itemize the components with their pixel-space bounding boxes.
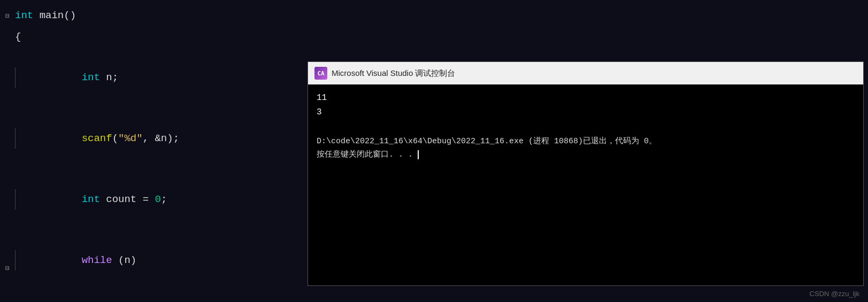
code-line-2: { (0, 27, 305, 47)
code-line-6: ⊟ while (n) (0, 230, 305, 291)
console-body: 11 3 D:\code\2022_11_16\x64\Debug\2022_1… (308, 84, 863, 168)
gutter-1: ⊟ (0, 6, 15, 27)
line-content-3: int n; (15, 47, 118, 108)
gutter-6: ⊟ (0, 259, 15, 279)
code-editor: ⊟ int main() { int n; scanf("%d", &n); (0, 0, 305, 302)
collapse-icon-1[interactable]: ⊟ (5, 6, 10, 27)
line-content-6: while (n) (15, 230, 136, 291)
keyword-int: int (15, 5, 33, 26)
console-output-3: 按任意键关闭此窗口. . . (317, 148, 855, 162)
code-line-4: scanf("%d", &n); (0, 108, 305, 169)
code-line-3: int n; (0, 47, 305, 108)
line-content-5: int count = 0; (15, 169, 167, 230)
console-output-2: D:\code\2022_11_16\x64\Debug\2022_11_16.… (317, 135, 855, 149)
collapse-icon-6[interactable]: ⊟ (5, 259, 10, 279)
console-titlebar: CA Microsoft Visual Studio 调试控制台 (308, 62, 863, 84)
console-app-icon: CA (314, 67, 327, 80)
console-output-blank (317, 120, 855, 134)
line-content-4: scanf("%d", &n); (15, 108, 179, 169)
console-output-1: 3 (317, 105, 855, 120)
console-title: Microsoft Visual Studio 调试控制台 (332, 68, 455, 79)
watermark: CSDN @zzu_ljk (810, 290, 859, 298)
console-window: CA Microsoft Visual Studio 调试控制台 11 3 D:… (308, 61, 864, 286)
code-line-7: { (0, 291, 305, 302)
line-content-7: { (15, 291, 88, 302)
line-content-1: int main() (15, 5, 76, 26)
code-line-5: int count = 0; (0, 169, 305, 230)
code-line-1: ⊟ int main() (0, 5, 305, 27)
console-output-0: 11 (317, 91, 855, 105)
watermark-text: CSDN @zzu_ljk (810, 290, 859, 298)
line-content-2: { (15, 27, 21, 47)
